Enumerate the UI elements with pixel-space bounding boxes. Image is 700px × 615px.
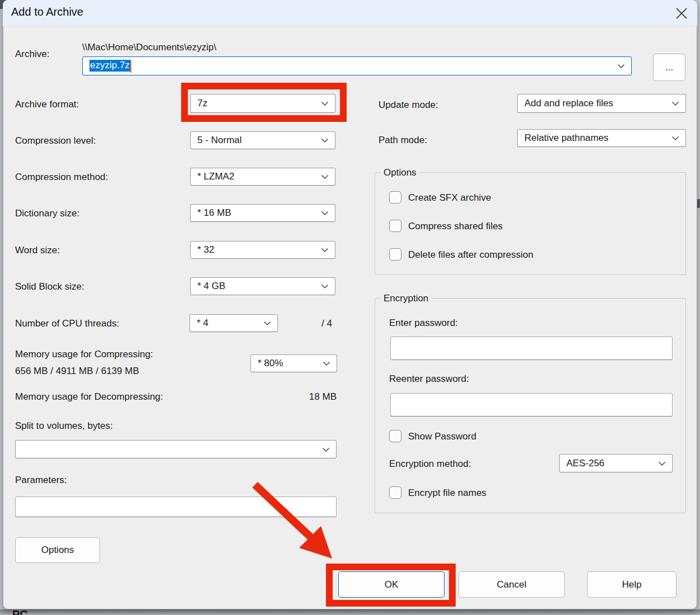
title-bar xyxy=(3,0,697,26)
chevron-down-icon xyxy=(321,281,329,292)
archive-format-label: Archive format: xyxy=(15,99,79,110)
options-group-title: Options xyxy=(381,167,419,178)
chevron-down-icon xyxy=(617,60,625,72)
archive-label: Archive: xyxy=(15,49,49,60)
encrypt-names-checkbox[interactable] xyxy=(389,486,401,499)
encryption-method-combobox[interactable]: AES-256 xyxy=(559,454,673,472)
archive-directory-path: \\Mac\Home\Documents\ezyzip\ xyxy=(82,42,216,53)
cancel-button[interactable]: Cancel xyxy=(458,571,565,598)
chevron-down-icon xyxy=(671,133,679,144)
compress-shared-label[interactable]: Compress shared files xyxy=(408,221,503,232)
memory-decompressing-label: Memory usage for Decompressing: xyxy=(15,391,163,403)
encryption-group-title: Encryption xyxy=(381,293,431,304)
memory-usage-combobox[interactable]: * 80% xyxy=(250,354,337,372)
background-clipped-text: PC xyxy=(12,609,28,615)
cpu-threads-label: Number of CPU threads: xyxy=(15,318,119,329)
solid-block-size-label: Solid Block size: xyxy=(15,281,84,292)
screen: PC Add to Archive Archive: \\Mac\Home\Do… xyxy=(0,0,700,615)
cpu-threads-total: / 4 xyxy=(321,318,332,329)
ok-button[interactable]: OK xyxy=(338,571,444,598)
parameters-label: Parameters: xyxy=(15,475,67,486)
chevron-down-icon xyxy=(321,171,329,182)
browse-button[interactable]: ... xyxy=(653,54,685,81)
encryption-method-label: Encryption method: xyxy=(389,458,471,470)
delete-after-checkbox[interactable] xyxy=(389,248,401,261)
enter-password-label: Enter password: xyxy=(389,318,458,329)
delete-after-label[interactable]: Delete files after compression xyxy=(408,249,533,261)
update-mode-label: Update mode: xyxy=(379,100,438,111)
archive-name-combobox[interactable]: ezyzip.7z xyxy=(82,56,632,75)
memory-compressing-label: Memory usage for Compressing: xyxy=(15,349,153,360)
chevron-down-icon xyxy=(321,135,329,146)
update-mode-combobox[interactable]: Add and replace files xyxy=(517,94,686,113)
chevron-down-icon xyxy=(321,244,329,256)
cpu-threads-combobox[interactable]: * 4 xyxy=(190,314,278,332)
create-sfx-label[interactable]: Create SFX archive xyxy=(408,192,491,204)
chevron-down-icon xyxy=(322,444,330,455)
options-button[interactable]: Options xyxy=(15,537,100,563)
chevron-down-icon xyxy=(321,207,329,219)
close-icon xyxy=(675,7,688,20)
help-button[interactable]: Help xyxy=(587,571,677,598)
compression-method-combobox[interactable]: * LZMA2 xyxy=(190,168,335,186)
archive-format-combobox[interactable]: 7z xyxy=(190,94,335,113)
dialog-title: Add to Archive xyxy=(11,6,83,18)
dictionary-size-combobox[interactable]: * 16 MB xyxy=(190,204,335,222)
reenter-password-label: Reenter password: xyxy=(389,373,469,385)
compress-shared-checkbox[interactable] xyxy=(389,220,401,232)
chevron-down-icon xyxy=(323,358,330,369)
show-password-label[interactable]: Show Password xyxy=(408,431,476,442)
compression-level-combobox[interactable]: 5 - Normal xyxy=(190,131,335,149)
dictionary-size-label: Dictionary size: xyxy=(15,208,79,219)
split-volumes-combobox[interactable] xyxy=(15,440,337,458)
show-password-checkbox[interactable] xyxy=(389,430,401,442)
split-volumes-label: Split to volumes, bytes: xyxy=(15,420,113,432)
reenter-password-input[interactable] xyxy=(390,393,673,417)
enter-password-input[interactable] xyxy=(390,337,673,360)
encrypt-names-label[interactable]: Encrypt file names xyxy=(408,488,486,499)
compression-method-label: Compression method: xyxy=(15,172,108,183)
memory-compressing-detail: 656 MB / 4911 MB / 6139 MB xyxy=(15,366,139,377)
path-mode-label: Path mode: xyxy=(379,135,427,146)
chevron-down-icon xyxy=(263,318,271,329)
archive-name-value: ezyzip.7z xyxy=(89,60,131,73)
word-size-label: Word size: xyxy=(15,245,60,256)
chevron-down-icon xyxy=(671,98,679,109)
create-sfx-checkbox[interactable] xyxy=(389,191,401,204)
close-button[interactable] xyxy=(669,2,694,25)
memory-decompressing-value: 18 MB xyxy=(280,391,337,403)
word-size-combobox[interactable]: * 32 xyxy=(190,241,335,259)
path-mode-combobox[interactable]: Relative pathnames xyxy=(517,129,686,147)
chevron-down-icon xyxy=(321,98,329,109)
text-caret xyxy=(130,60,131,73)
background-window-strip: PC xyxy=(0,609,700,615)
chevron-down-icon xyxy=(658,458,666,469)
compression-level-label: Compression level: xyxy=(15,135,96,146)
parameters-input[interactable] xyxy=(15,496,337,517)
solid-block-size-combobox[interactable]: * 4 GB xyxy=(190,277,335,295)
